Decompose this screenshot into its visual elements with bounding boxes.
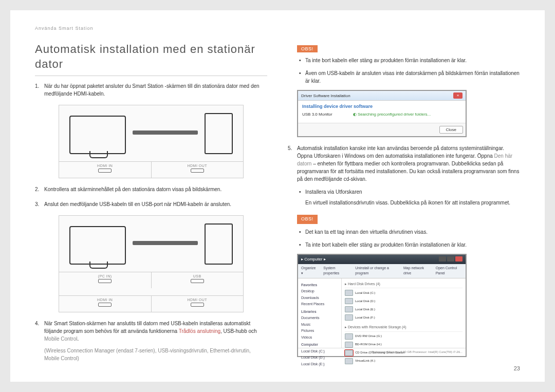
- right-column: OBS! Ta inte bort kabeln eller stäng av …: [288, 42, 520, 369]
- port-label: HDMI OUT: [187, 298, 207, 302]
- step-3: Anslut den medföljande USB-kabeln till e…: [35, 200, 267, 208]
- dialog-status: Searching preconfigured driver folders..…: [358, 112, 431, 117]
- page-number: 23: [514, 365, 520, 371]
- left-column: Automatisk installation med en stationär…: [35, 42, 267, 369]
- page-title: Automatisk installation med en stationär…: [35, 42, 267, 76]
- drive-icon: [345, 290, 353, 296]
- drive-icon-highlighted: [345, 350, 353, 356]
- step-list-left: När du har öppnat paketet ansluter du Sm…: [35, 82, 267, 98]
- step5-sublist: Installera via Utforskaren En virtuell i…: [297, 188, 520, 207]
- port-label: (PC IN): [98, 274, 112, 278]
- two-column-layout: Automatisk installation med en stationär…: [35, 42, 520, 369]
- window-buttons-icon: [439, 256, 462, 263]
- drive-icon: [345, 314, 353, 321]
- step-4-note: (Wireless Connection Manager (endast 7-s…: [44, 347, 267, 362]
- drive-icon: [345, 298, 353, 304]
- port-label: HDMI IN: [97, 164, 113, 167]
- explorer-path: ▸ Computer ▸: [301, 256, 326, 263]
- port-label: USB: [193, 274, 201, 278]
- driver-dialog-screenshot: Driver Software Installation × Installin…: [297, 90, 467, 137]
- pc-tower-illustration: [205, 113, 233, 154]
- obs2-item: Ta inte bort kabeln eller stäng av produ…: [297, 241, 520, 249]
- obs1-list: Ta inte bort kabeln eller stäng av produ…: [297, 57, 520, 85]
- grey-text: Mobile Control: [44, 336, 77, 342]
- red-text: Trådlös anslutning: [179, 328, 220, 334]
- explorer-screenshot: ▸ Computer ▸ Organize ▾ System propertie…: [297, 254, 467, 357]
- drive-icon: [345, 358, 353, 364]
- hdmi-cable-illustration: [133, 130, 198, 135]
- explorer-toolbar: Organize ▾ System properties Uninstall o…: [298, 264, 466, 278]
- dialog-title: Driver Software Installation: [301, 94, 350, 98]
- obs2-list: Det kan ta ett tag innan den virtuella d…: [297, 228, 520, 249]
- step-1: När du har öppnat paketet ansluter du Sm…: [35, 82, 267, 98]
- dialog-close-icon: ×: [453, 92, 462, 99]
- obs-badge: OBS!: [297, 215, 318, 224]
- dialog-close-button: Close: [439, 126, 463, 134]
- manual-page: Använda Smart Station Automatisk install…: [10, 10, 545, 382]
- drive-icon: [345, 342, 353, 348]
- obs2-item: Det kan ta ett tag innan den virtuella d…: [297, 228, 520, 236]
- step-list-left-cont: Kontrollera att skärminnehållet på den s…: [35, 185, 267, 208]
- step-list-left-4: När Smart Station-skärmen har anslutits …: [35, 320, 267, 362]
- port-label: HDMI IN: [97, 298, 113, 302]
- drive-icon: [345, 333, 353, 340]
- header-breadcrumb: Använda Smart Station: [35, 26, 520, 31]
- drive-icon: [345, 306, 353, 312]
- port-label: HDMI OUT: [187, 164, 207, 167]
- step-5: Automatisk installation kanske inte kan …: [288, 144, 520, 357]
- diagram-hdmi: HDMI IN HDMI OUT: [35, 105, 267, 178]
- explorer-main: ▸ Hard Disk Drives (4) Local Disk (C:) L…: [342, 278, 466, 348]
- explorer-sidebar: Favorites Desktop Downloads Recent Place…: [298, 278, 342, 348]
- step-list-right: Automatisk installation kanske inte kan …: [288, 144, 520, 357]
- step-4: När Smart Station-skärmen har anslutits …: [35, 320, 267, 362]
- step5-sub: Installera via Utforskaren En virtuell i…: [297, 188, 520, 207]
- diagram-usb-hdmi: (PC IN) USB HDMI IN HDMI OUT: [35, 215, 267, 312]
- step-2: Kontrollera att skärminnehållet på den s…: [35, 185, 267, 193]
- dialog-heading: Installing device driver software: [302, 104, 461, 109]
- obs1-item: Även om USB-kabeln är ansluten visas int…: [297, 69, 520, 85]
- pc-tower-illustration: [205, 223, 233, 265]
- usb-cable-illustration: [133, 241, 198, 245]
- monitor-illustration: [69, 116, 126, 154]
- dialog-device: USB 3.0 Monitor: [302, 112, 332, 117]
- obs-badge: OBS!: [297, 45, 318, 52]
- monitor-illustration: [69, 226, 126, 265]
- obs1-item: Ta inte bort kabeln eller stäng av produ…: [297, 57, 520, 64]
